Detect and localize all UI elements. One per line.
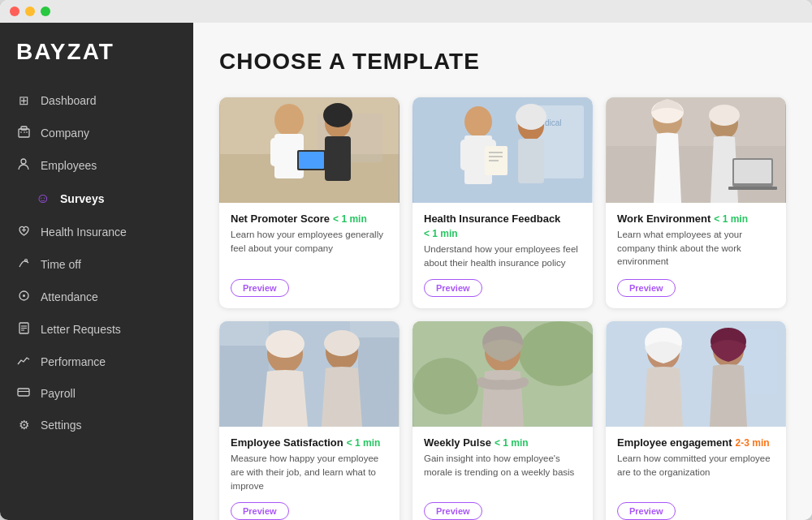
card-duration-weekly-pulse: < 1 min bbox=[495, 437, 529, 449]
template-card-health-insurance-feedback: medical bbox=[412, 97, 593, 308]
card-image-health-insurance-feedback: medical bbox=[412, 97, 593, 203]
logo: BAYZAT bbox=[0, 39, 193, 84]
settings-icon: ⚙ bbox=[16, 418, 31, 432]
card-image-employee-satisfaction bbox=[219, 321, 400, 427]
dashboard-icon: ⊞ bbox=[16, 93, 31, 108]
card-duration-employee-engagement: 2-3 min bbox=[736, 437, 770, 449]
maximize-button[interactable] bbox=[41, 6, 50, 16]
template-card-weekly-pulse: Weekly Pulse < 1 min Gain insight into h… bbox=[412, 321, 593, 520]
preview-button-employee-satisfaction[interactable]: Preview bbox=[231, 502, 289, 520]
svg-rect-35 bbox=[460, 140, 470, 170]
page-title: CHOOSE A TEMPLATE bbox=[219, 49, 786, 75]
svg-point-58 bbox=[266, 330, 304, 358]
payroll-icon bbox=[16, 386, 31, 400]
svg-point-49 bbox=[709, 105, 740, 126]
card-desc-employee-engagement: Learn how committed your employee are to… bbox=[617, 452, 775, 492]
close-button[interactable] bbox=[10, 6, 19, 16]
minimize-button[interactable] bbox=[25, 6, 35, 16]
time-off-icon bbox=[16, 257, 31, 272]
card-title-work-environment: Work Environment < 1 min bbox=[617, 213, 775, 225]
card-title-weekly-pulse: Weekly Pulse < 1 min bbox=[424, 436, 581, 449]
attendance-icon bbox=[16, 290, 31, 304]
svg-point-25 bbox=[323, 103, 352, 127]
svg-point-33 bbox=[464, 106, 492, 137]
card-title-employee-engagement: Employee engagement 2-3 min bbox=[617, 436, 775, 449]
template-card-employee-engagement: Employee engagement 2-3 min Learn how co… bbox=[606, 321, 786, 520]
card-desc-net-promoter-score: Learn how your employees generally feel … bbox=[231, 228, 388, 269]
preview-button-work-environment[interactable]: Preview bbox=[617, 279, 676, 297]
svg-rect-52 bbox=[728, 187, 777, 190]
sidebar: BAYZAT ⊞ Dashboard bbox=[0, 23, 193, 520]
logo-part2: ZAT bbox=[67, 39, 114, 64]
sidebar-label-attendance: Attendance bbox=[41, 290, 98, 303]
letter-requests-icon bbox=[16, 322, 31, 337]
svg-rect-26 bbox=[325, 136, 351, 181]
sidebar-label-settings: Settings bbox=[41, 419, 82, 432]
preview-button-health-insurance-feedback[interactable]: Preview bbox=[424, 279, 482, 297]
card-image-employee-engagement bbox=[606, 321, 786, 427]
surveys-icon: ☺ bbox=[36, 191, 50, 207]
sidebar-item-settings[interactable]: ⚙ Settings bbox=[0, 409, 193, 441]
card-duration-work-environment: < 1 min bbox=[714, 213, 748, 225]
card-image-net-promoter-score bbox=[219, 97, 400, 203]
svg-rect-22 bbox=[270, 138, 280, 166]
svg-point-10 bbox=[23, 294, 25, 297]
svg-point-5 bbox=[21, 159, 26, 164]
title-bar bbox=[0, 0, 812, 23]
svg-rect-28 bbox=[299, 152, 324, 169]
svg-rect-15 bbox=[18, 389, 29, 396]
sidebar-item-time-off[interactable]: Time off bbox=[0, 248, 193, 281]
svg-rect-56 bbox=[358, 337, 399, 427]
sidebar-label-time-off: Time off bbox=[41, 258, 81, 271]
sidebar-item-company[interactable]: Company bbox=[0, 117, 193, 149]
svg-rect-39 bbox=[518, 139, 544, 183]
preview-button-net-promoter-score[interactable]: Preview bbox=[231, 279, 289, 297]
sidebar-item-performance[interactable]: Performance bbox=[0, 346, 193, 377]
preview-button-employee-engagement[interactable]: Preview bbox=[617, 502, 676, 520]
svg-point-20 bbox=[274, 104, 304, 136]
health-insurance-icon bbox=[16, 225, 31, 239]
svg-point-64 bbox=[413, 358, 478, 415]
sidebar-item-payroll[interactable]: Payroll bbox=[0, 377, 193, 409]
templates-grid: Net Promoter Score < 1 min Learn how you… bbox=[219, 97, 786, 520]
sidebar-navigation: ⊞ Dashboard Company bbox=[0, 84, 193, 441]
preview-button-weekly-pulse[interactable]: Preview bbox=[424, 502, 482, 520]
sidebar-label-dashboard: Dashboard bbox=[41, 94, 97, 107]
svg-rect-51 bbox=[734, 160, 771, 183]
employees-icon bbox=[16, 158, 31, 173]
card-image-weekly-pulse bbox=[412, 321, 593, 427]
performance-icon bbox=[16, 355, 31, 368]
svg-rect-55 bbox=[220, 346, 269, 427]
app-body: BAYZAT ⊞ Dashboard bbox=[0, 23, 812, 520]
card-image-work-environment bbox=[606, 97, 786, 203]
sidebar-item-letter-requests[interactable]: Letter Requests bbox=[0, 313, 193, 346]
card-content-net-promoter-score: Net Promoter Score < 1 min Learn how you… bbox=[219, 203, 400, 308]
svg-point-38 bbox=[516, 104, 546, 130]
sidebar-item-employees[interactable]: Employees bbox=[0, 149, 193, 182]
card-content-employee-engagement: Employee engagement 2-3 min Learn how co… bbox=[606, 427, 786, 520]
card-desc-work-environment: Learn what employees at your company thi… bbox=[617, 228, 775, 269]
sidebar-item-attendance[interactable]: Attendance bbox=[0, 281, 193, 313]
sidebar-label-letter-requests: Letter Requests bbox=[41, 323, 121, 336]
main-content: CHOOSE A TEMPLATE bbox=[193, 23, 812, 520]
card-title-health-insurance-feedback: Health Insurance Feedback < 1 min bbox=[424, 213, 581, 239]
sidebar-item-surveys[interactable]: ☺ Surveys bbox=[0, 182, 193, 216]
logo-text: BAYZAT bbox=[16, 39, 177, 65]
sidebar-item-dashboard[interactable]: ⊞ Dashboard bbox=[0, 84, 193, 117]
sidebar-item-health-insurance[interactable]: Health Insurance bbox=[0, 216, 193, 248]
card-title-employee-satisfaction: Employee Satisfaction < 1 min bbox=[231, 436, 388, 449]
svg-rect-1 bbox=[21, 127, 27, 130]
template-card-net-promoter-score: Net Promoter Score < 1 min Learn how you… bbox=[219, 97, 400, 308]
logo-part1: BAY bbox=[16, 39, 67, 64]
card-desc-health-insurance-feedback: Understand how your employees feel about… bbox=[424, 243, 581, 269]
card-desc-employee-satisfaction: Measure how happy your employee are with… bbox=[231, 452, 388, 492]
svg-point-8 bbox=[24, 260, 27, 262]
svg-point-60 bbox=[324, 330, 360, 356]
card-title-net-promoter-score: Net Promoter Score < 1 min bbox=[231, 213, 388, 225]
card-duration-net-promoter-score: < 1 min bbox=[333, 213, 367, 225]
sidebar-label-company: Company bbox=[41, 127, 89, 140]
app-window: BAYZAT ⊞ Dashboard bbox=[0, 0, 812, 520]
sidebar-label-performance: Performance bbox=[41, 355, 106, 368]
template-card-work-environment: Work Environment < 1 min Learn what empl… bbox=[606, 97, 786, 308]
sidebar-label-health-insurance: Health Insurance bbox=[41, 226, 127, 239]
